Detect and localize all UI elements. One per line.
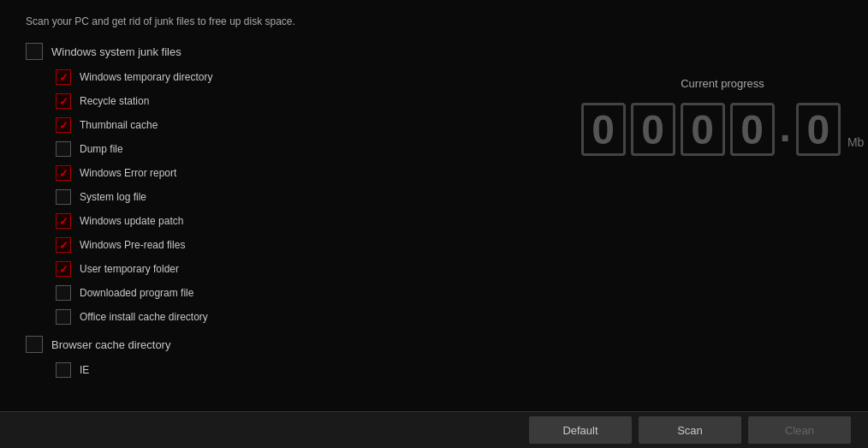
list-item: Office install cache directory: [56, 307, 842, 327]
progress-panel: Current progress 0 0 0 0 . 0 Mb: [603, 77, 842, 156]
progress-display: 0 0 0 0 . 0 Mb: [581, 103, 865, 156]
checkbox-browser-cache[interactable]: [26, 336, 43, 353]
label-windows-error-report: Windows Error report: [80, 167, 176, 179]
label-office-install-cache: Office install cache directory: [80, 311, 208, 323]
label-windows-temp-dir: Windows temporary directory: [80, 71, 212, 83]
label-system-log-file: System log file: [80, 191, 146, 203]
bottom-bar: Default Scan Clean: [0, 411, 868, 448]
label-dump-file: Dump file: [80, 143, 123, 155]
checkbox-windows-preread-files[interactable]: [56, 237, 71, 253]
list-item: System log file: [56, 187, 842, 207]
checkbox-windows-temp-dir[interactable]: [56, 69, 71, 85]
label-recycle-station: Recycle station: [80, 95, 149, 107]
section-browser-cache: Browser cache directory: [26, 336, 842, 353]
digit-4: 0: [730, 103, 775, 156]
digit-3: 0: [681, 103, 725, 156]
section-label-browser-cache: Browser cache directory: [51, 338, 170, 351]
checkbox-dump-file[interactable]: [56, 141, 71, 157]
main-content: Scan your PC and get rid of junk files t…: [0, 0, 868, 411]
section-windows-system-junk: Windows system junk files: [26, 43, 842, 60]
checkbox-thumbnail-cache[interactable]: [56, 117, 71, 133]
digit-decimal: 0: [796, 103, 841, 156]
label-thumbnail-cache: Thumbnail cache: [80, 119, 158, 131]
checkbox-office-install-cache[interactable]: [56, 309, 71, 325]
label-user-temp-folder: User temporary folder: [80, 263, 179, 275]
scan-button[interactable]: Scan: [639, 416, 741, 444]
checkbox-windows-system-junk[interactable]: [26, 43, 43, 60]
clean-button[interactable]: Clean: [748, 416, 851, 444]
list-item: Windows update patch: [56, 211, 842, 231]
list-item: Windows Pre-read files: [56, 235, 842, 255]
list-item: Downloaded program file: [56, 283, 842, 303]
unit-label: Mb: [847, 135, 864, 156]
decimal-point: .: [780, 107, 791, 148]
digit-2: 0: [631, 103, 675, 156]
checkbox-system-log-file[interactable]: [56, 189, 71, 205]
progress-label: Current progress: [681, 77, 764, 90]
digit-1: 0: [581, 103, 626, 156]
label-downloaded-program-file: Downloaded program file: [80, 287, 193, 299]
checkbox-ie[interactable]: [56, 362, 71, 378]
checkbox-downloaded-program-file[interactable]: [56, 285, 71, 301]
checkbox-windows-error-report[interactable]: [56, 165, 71, 181]
list-item: IE: [56, 360, 842, 380]
label-ie: IE: [80, 364, 89, 376]
subtitle: Scan your PC and get rid of junk files t…: [26, 15, 842, 27]
list-item: Windows Error report: [56, 163, 842, 183]
list-item: User temporary folder: [56, 259, 842, 279]
checkbox-recycle-station[interactable]: [56, 93, 71, 109]
checkbox-user-temp-folder[interactable]: [56, 261, 71, 277]
item-list-browser-cache: IE: [56, 360, 842, 380]
label-windows-preread-files: Windows Pre-read files: [80, 239, 185, 251]
checkbox-windows-update-patch[interactable]: [56, 213, 71, 229]
label-windows-update-patch: Windows update patch: [80, 215, 183, 227]
section-label-windows-system-junk: Windows system junk files: [51, 45, 181, 58]
default-button[interactable]: Default: [529, 416, 632, 444]
